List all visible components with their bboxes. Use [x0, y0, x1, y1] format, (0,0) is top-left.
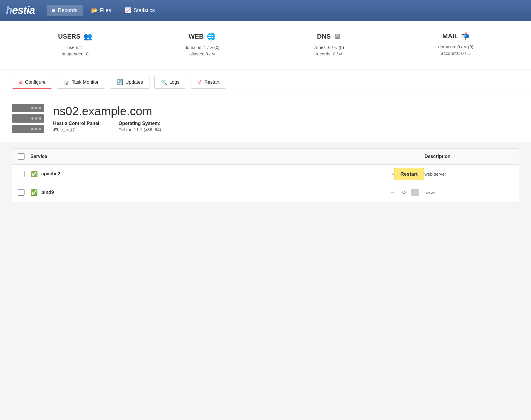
logs-label: Logs: [169, 80, 180, 85]
server-os-label: Operating System:: [119, 121, 161, 126]
apache2-restart-area: ↺ Restart: [400, 169, 408, 178]
configure-button[interactable]: ⚙ Configure: [12, 76, 52, 89]
navbar: hestia ≡ Records 📂 Files 📈 Statistics: [0, 0, 531, 21]
chart-icon: 📈: [125, 7, 131, 14]
bind9-status-icon: ✅: [30, 189, 38, 196]
server-meta: Hestia Control Panel: 🎮 v1.4.17 Operatin…: [53, 121, 519, 132]
server-bar-1: [12, 104, 44, 112]
apache2-checkbox[interactable]: [18, 171, 24, 177]
updates-button[interactable]: 🔄 Updates: [110, 76, 150, 89]
server-cp-label: Hestia Control Panel:: [53, 121, 101, 126]
server-section: ns02.example.com Hestia Control Panel: 🎮…: [0, 95, 531, 142]
web-title: WEB: [189, 33, 204, 40]
gear-icon: ⚙: [19, 80, 23, 85]
restart-tooltip: Restart: [394, 168, 424, 180]
mail-title: MAIL: [442, 32, 458, 40]
nav-links: ≡ Records 📂 Files 📈 Statistics: [47, 5, 160, 16]
table-row: ✅ apache2 ✏ ↺ Restart web server: [12, 165, 519, 183]
server-bar-3: [12, 125, 44, 133]
users-line2: suspended: 0: [18, 51, 133, 56]
restart-icon: ↺: [197, 79, 202, 85]
bind9-edit-button[interactable]: ✏: [390, 189, 397, 197]
server-cp-value: 🎮 v1.4.17: [53, 127, 101, 132]
logs-icon: 🔍: [161, 80, 167, 85]
users-icon: 👥: [83, 32, 92, 41]
hestia-icon: 🎮: [53, 127, 59, 132]
server-hostname: ns02.example.com: [53, 105, 519, 118]
bind9-description: server: [425, 190, 513, 195]
restart-label: Restart: [204, 80, 219, 85]
apache2-status-icon: ✅: [30, 170, 38, 177]
dns-line2: records: 0 / ∞: [271, 51, 386, 56]
updates-label: Updates: [125, 80, 143, 85]
stat-mail: MAIL 📬 domains: 0 / ∞ (0) accounts: 0 / …: [392, 29, 519, 61]
apache2-actions: ✏ ↺ Restart: [390, 169, 419, 178]
nav-records[interactable]: ≡ Records: [47, 5, 83, 16]
bind9-stop-button[interactable]: [411, 189, 419, 196]
apache2-edit-button[interactable]: ✏: [390, 170, 397, 178]
dns-icon: 🖥: [334, 32, 341, 41]
stat-dns: DNS 🖥 zones: 0 / ∞ (0) records: 0 / ∞: [266, 29, 392, 61]
mail-icon: 📬: [461, 32, 469, 40]
web-line1: domains: 1 / ∞ (0): [145, 45, 260, 50]
nav-files-label: Files: [100, 7, 111, 14]
server-info: ns02.example.com Hestia Control Panel: 🎮…: [53, 105, 519, 132]
select-all-checkbox[interactable]: [18, 153, 24, 160]
table-row: ✅ bind9 ✏ ↺ server: [12, 183, 519, 202]
stat-web: WEB 🌐 domains: 1 / ∞ (0) aliases: 0 / ∞: [139, 29, 266, 61]
server-cp-block: Hestia Control Panel: 🎮 v1.4.17: [53, 121, 101, 132]
users-title: USERS: [58, 33, 81, 40]
nav-files[interactable]: 📂 Files: [86, 5, 117, 16]
bind9-restart-button[interactable]: ↺: [400, 188, 408, 197]
logo[interactable]: hestia: [6, 4, 35, 17]
taskmonitor-icon: 📊: [63, 80, 69, 85]
services-table-header: Service Description: [12, 149, 519, 165]
action-bar: ⚙ Configure 📊 Task Monitor 🔄 Updates 🔍 L…: [0, 70, 531, 95]
stat-users: USERS 👥 users: 1 suspended: 0: [12, 29, 139, 61]
logs-button[interactable]: 🔍 Logs: [154, 76, 186, 89]
apache2-stop-button[interactable]: [411, 170, 419, 178]
apache2-name: apache2: [41, 171, 390, 177]
stats-section: USERS 👥 users: 1 suspended: 0 WEB 🌐 doma…: [0, 21, 531, 70]
server-icon-graphic: [12, 104, 44, 133]
bind9-checkbox[interactable]: [18, 189, 24, 196]
task-monitor-label: Task Monitor: [72, 80, 99, 85]
web-icon: 🌐: [207, 32, 216, 41]
mail-line1: domains: 0 / ∞ (0): [398, 44, 513, 49]
nav-records-label: Records: [58, 7, 78, 14]
services-section: Service Description ✅ apache2 ✏ ↺ Restar…: [12, 148, 519, 202]
bind9-name: bind9: [41, 190, 390, 195]
server-os-block: Operating System: Debian 11.1 (x86_64): [119, 121, 161, 132]
dns-title: DNS: [317, 33, 331, 40]
task-monitor-button[interactable]: 📊 Task Monitor: [57, 76, 105, 89]
configure-label: Configure: [25, 80, 45, 85]
apache2-description: web server: [425, 172, 513, 177]
users-line1: users: 1: [18, 45, 133, 50]
nav-statistics[interactable]: 📈 Statistics: [119, 5, 160, 16]
apache2-restart-button[interactable]: ↺: [400, 169, 408, 178]
col-desc-header: Description: [425, 154, 513, 159]
server-bar-2: [12, 114, 44, 123]
list-icon: ≡: [52, 7, 55, 14]
bind9-actions: ✏ ↺: [390, 188, 419, 197]
nav-statistics-label: Statistics: [134, 7, 155, 14]
server-cp-version: v1.4.17: [60, 127, 75, 132]
col-service-header: Service: [30, 154, 425, 159]
server-os-value: Debian 11.1 (x86_64): [119, 127, 161, 132]
web-line2: aliases: 0 / ∞: [145, 51, 260, 56]
mail-line2: accounts: 0 / ∞: [398, 51, 513, 56]
folder-icon: 📂: [91, 7, 98, 14]
dns-line1: zones: 0 / ∞ (0): [271, 45, 386, 50]
restart-button[interactable]: ↺ Restart: [191, 76, 226, 89]
refresh-icon: 🔄: [117, 79, 123, 85]
